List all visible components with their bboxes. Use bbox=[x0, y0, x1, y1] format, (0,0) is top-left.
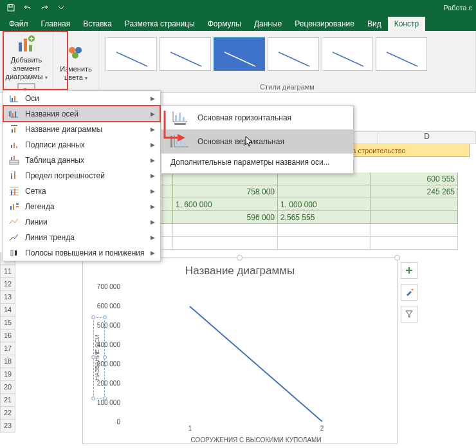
cell[interactable] bbox=[161, 198, 173, 211]
menu-lines[interactable]: Линии▶ bbox=[3, 214, 160, 230]
add-element-label-1: Добавить элемент bbox=[4, 56, 49, 73]
svg-rect-46 bbox=[175, 115, 177, 122]
svg-rect-37 bbox=[11, 191, 12, 195]
cell[interactable]: 245 265 bbox=[371, 185, 458, 198]
row-header[interactable]: 14 bbox=[0, 304, 15, 317]
row-header[interactable]: 11 bbox=[0, 265, 15, 278]
qat-customize-icon[interactable] bbox=[54, 1, 68, 14]
save-icon[interactable] bbox=[4, 1, 18, 14]
chart-style-4[interactable] bbox=[268, 37, 319, 71]
row-header[interactable]: 18 bbox=[0, 355, 15, 368]
chart-style-5[interactable] bbox=[322, 37, 373, 71]
cell[interactable]: 1, 600 000 bbox=[173, 198, 278, 211]
cell[interactable]: 600 555 bbox=[371, 173, 458, 185]
context-tab-label: Работа с bbox=[443, 4, 472, 12]
change-colors-button[interactable]: Изменить цвета ▾ bbox=[57, 33, 95, 91]
menu-legend[interactable]: Легенда▶ bbox=[3, 199, 160, 214]
tab-review[interactable]: Рецензирование bbox=[288, 17, 361, 31]
updown-bars-icon bbox=[8, 248, 20, 258]
add-chart-element-button[interactable]: Добавить элемент диаграммы ▾ bbox=[4, 33, 49, 82]
ytick: 100 000 bbox=[88, 398, 120, 406]
cell[interactable] bbox=[371, 237, 458, 250]
row-header[interactable]: 21 bbox=[0, 394, 15, 407]
tab-file[interactable]: Файл bbox=[3, 17, 35, 31]
cell[interactable] bbox=[161, 211, 173, 224]
chart-filter-button[interactable] bbox=[401, 306, 417, 322]
svg-rect-22 bbox=[9, 111, 10, 117]
tab-insert[interactable]: Вставка bbox=[77, 17, 118, 31]
row-header[interactable]: 16 bbox=[0, 330, 15, 342]
chart-title[interactable]: Название диаграммы bbox=[83, 265, 397, 277]
row-header[interactable]: 12 bbox=[0, 278, 15, 291]
submenu-vertical-axis[interactable]: Основная вертикальная bbox=[161, 129, 353, 153]
tab-formulas[interactable]: Формулы bbox=[201, 17, 248, 31]
tab-view[interactable]: Вид bbox=[361, 17, 388, 31]
chart-style-1[interactable] bbox=[105, 37, 157, 71]
chart-style-2[interactable] bbox=[160, 37, 211, 71]
cell[interactable]: 758 000 bbox=[173, 185, 278, 198]
redo-icon[interactable] bbox=[37, 1, 51, 14]
cell[interactable] bbox=[161, 173, 173, 185]
cell[interactable] bbox=[161, 237, 173, 250]
axes-icon bbox=[8, 93, 20, 104]
cell[interactable] bbox=[173, 224, 278, 237]
row-header[interactable]: 13 bbox=[0, 291, 15, 304]
selection-handle[interactable] bbox=[394, 255, 400, 261]
menu-label: Название диаграммы bbox=[25, 125, 102, 134]
chart-style-6[interactable] bbox=[376, 37, 427, 71]
cell[interactable] bbox=[371, 211, 458, 224]
cell[interactable] bbox=[371, 224, 458, 237]
add-element-icon bbox=[16, 33, 37, 54]
cell[interactable] bbox=[278, 237, 371, 250]
tab-page-layout[interactable]: Разметка страницы bbox=[118, 17, 201, 31]
col-header-d[interactable]: D bbox=[378, 131, 476, 144]
tab-home[interactable]: Главная bbox=[35, 17, 77, 31]
cell[interactable] bbox=[161, 224, 173, 237]
row-header[interactable]: 17 bbox=[0, 342, 15, 355]
menu-data-labels[interactable]: Подписи данных▶ bbox=[3, 137, 160, 153]
selection-handle[interactable] bbox=[237, 255, 243, 261]
svg-rect-18 bbox=[12, 98, 13, 102]
cell[interactable] bbox=[278, 224, 371, 237]
cell[interactable] bbox=[173, 237, 278, 250]
row-header[interactable]: 19 bbox=[0, 368, 15, 381]
chart-elements-button[interactable] bbox=[401, 262, 417, 279]
submenu-more-options[interactable]: Дополнительные параметры названия оси... bbox=[161, 154, 353, 173]
tab-design[interactable]: Констр bbox=[388, 17, 425, 31]
chart-styles-button[interactable] bbox=[401, 284, 417, 301]
svg-rect-38 bbox=[14, 189, 15, 195]
cell[interactable] bbox=[278, 173, 371, 185]
cell[interactable] bbox=[371, 198, 458, 211]
undo-icon[interactable] bbox=[21, 1, 35, 14]
menu-trendline[interactable]: Линия тренда▶ bbox=[3, 230, 160, 245]
cell[interactable] bbox=[173, 173, 278, 185]
svg-rect-47 bbox=[179, 113, 181, 122]
brush-icon bbox=[405, 288, 414, 297]
svg-line-13 bbox=[170, 52, 201, 66]
row-header[interactable]: 20 bbox=[0, 381, 15, 394]
svg-rect-21 bbox=[15, 111, 16, 117]
menu-error-bars[interactable]: Предел погрешностей▶ bbox=[3, 168, 160, 183]
chart-plot bbox=[124, 286, 388, 422]
cell[interactable] bbox=[278, 185, 371, 198]
chart-style-3[interactable] bbox=[214, 37, 265, 71]
cell[interactable]: 596 000 bbox=[173, 211, 278, 224]
menu-data-table[interactable]: Таблица данных▶ bbox=[3, 153, 160, 168]
plot-area[interactable]: НАЗВАНИЕ ОСИ 0 100 000 200 000 300 000 4… bbox=[124, 286, 388, 422]
menu-axes[interactable]: Оси▶ bbox=[3, 91, 160, 106]
menu-chart-title[interactable]: Название диаграммы▶ bbox=[3, 122, 160, 137]
submenu-horizontal-axis[interactable]: Основная горизонтальная bbox=[161, 106, 353, 129]
menu-gridlines[interactable]: Сетка▶ bbox=[3, 183, 160, 199]
menu-updown-bars[interactable]: Полосы повышения и понижения▶ bbox=[3, 245, 160, 261]
tab-data[interactable]: Данные bbox=[248, 17, 288, 31]
cell[interactable]: 2,565 555 bbox=[278, 211, 371, 224]
chart-object[interactable]: Название диаграммы НАЗВАНИЕ ОСИ 0 100 00… bbox=[82, 257, 398, 444]
cell[interactable]: 1, 000 000 bbox=[278, 198, 371, 211]
axis-titles-icon bbox=[8, 109, 20, 119]
menu-axis-titles[interactable]: Названия осей▶ bbox=[3, 106, 160, 122]
cell[interactable] bbox=[161, 185, 173, 198]
row-header[interactable]: 22 bbox=[0, 407, 15, 420]
row-header[interactable]: 23 bbox=[0, 420, 15, 433]
svg-rect-49 bbox=[174, 123, 186, 125]
row-header[interactable]: 15 bbox=[0, 317, 15, 330]
